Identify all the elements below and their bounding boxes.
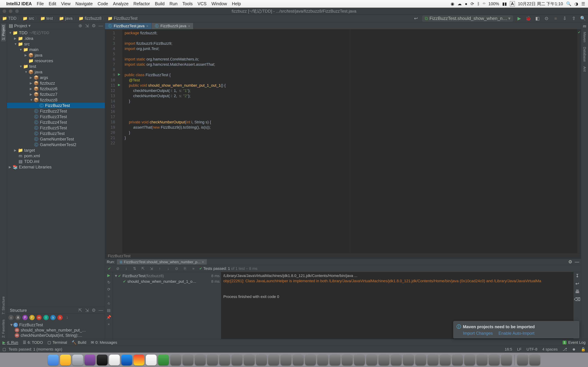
test-tree[interactable]: ▼✔FizzBuzzTest (fizzbuzz8)8 ms✔should_sh… — [113, 272, 221, 339]
spotlight-icon[interactable]: 🔍 — [566, 1, 571, 6]
dock-app[interactable] — [489, 355, 500, 366]
dock-app[interactable] — [146, 355, 157, 366]
dump-threads-icon[interactable]: ⎋ — [108, 301, 110, 306]
test-tree-row[interactable]: ▼✔FizzBuzzTest (fizzbuzz8)8 ms — [114, 273, 220, 279]
tree-arrow-icon[interactable]: ▶ — [30, 76, 34, 80]
dock-app[interactable] — [109, 355, 120, 366]
stop-icon[interactable]: ■ — [108, 294, 110, 299]
tree-row[interactable]: ▼📁src — [7, 41, 105, 47]
tree-row[interactable]: ⒸFizzBuzzTest — [7, 103, 105, 108]
bottom-tab-messages[interactable]: ✉0: Messages — [91, 340, 117, 345]
menu-window[interactable]: Window — [211, 1, 227, 6]
structure-method-row[interactable]: m checkNumberOutput(int, String):… — [8, 333, 104, 338]
caret-position[interactable]: 16:5 — [505, 347, 512, 352]
tree-arrow-icon[interactable]: ▼ — [14, 42, 18, 46]
dock-app[interactable] — [121, 355, 132, 366]
zoom-window[interactable] — [15, 9, 19, 13]
dock-app[interactable] — [268, 355, 279, 366]
tree-row[interactable]: ▶📦fizzbuzz — [7, 80, 105, 86]
tree-row[interactable]: ▶📦args — [7, 75, 105, 80]
tree-arrow-icon[interactable]: ▼ — [25, 70, 28, 74]
tree-row[interactable]: mpom.xml — [7, 153, 105, 159]
breadcrumb-segment[interactable]: src — [29, 16, 34, 21]
nav-back-icon[interactable]: ↩ — [413, 16, 419, 22]
scroll-to-end-icon[interactable]: ↧ — [575, 273, 579, 279]
editor-body[interactable]: 12345678910111213141516171819202122 ▶▶ p… — [105, 29, 581, 253]
run-settings-gear-icon[interactable]: ⚙ — [568, 259, 572, 265]
run-gutter-icon[interactable]: ▶ — [118, 83, 121, 87]
import-tests-icon[interactable]: ⎘ — [182, 266, 188, 271]
expand-all-icon[interactable]: ⇱ — [140, 266, 146, 271]
tree-row[interactable]: ⒸFizzBuzz3Test — [7, 114, 105, 119]
show-inherited-icon[interactable]: I — [43, 315, 49, 320]
profile-button[interactable]: ⊙ — [544, 16, 550, 22]
tree-arrow-icon[interactable]: ▶ — [14, 36, 18, 40]
breadcrumb-segment[interactable]: test — [46, 16, 53, 21]
dock-app[interactable] — [501, 355, 512, 366]
layout-icon[interactable]: ▤ — [107, 308, 111, 313]
stop-button[interactable]: ■ — [553, 16, 559, 22]
tree-row[interactable]: ▼📦fizzbuzz8 — [7, 97, 105, 103]
code-line[interactable]: } — [125, 99, 575, 104]
dock-app[interactable] — [403, 355, 414, 366]
notifications-tray-icon[interactable]: ● — [465, 1, 467, 6]
code-line[interactable]: import static org.hamcrest.CoreMatchers.… — [125, 57, 575, 62]
tool-tab-favorites[interactable]: 2: Favorites — [1, 318, 6, 339]
code-line[interactable]: public void should_show_when_number_put_… — [125, 83, 575, 88]
dock-app[interactable] — [244, 355, 255, 366]
tree-row[interactable]: ▼📦java — [7, 69, 105, 75]
breadcrumb[interactable]: 📁TDD〉📁src〉📁test〉📁java〉📁fizzbuzz8〉📁FizzBu… — [2, 16, 138, 21]
test-tree-row[interactable]: ✔should_show_when_number_put_1_o…8 ms — [114, 279, 220, 284]
tree-arrow-icon[interactable]: ▶ — [14, 148, 18, 152]
breadcrumb-segment[interactable]: TDD — [8, 16, 17, 21]
dock-app[interactable] — [134, 355, 144, 366]
print-icon[interactable]: 🖶 — [575, 289, 579, 294]
wifi-icon[interactable]: ⌔ — [483, 1, 485, 6]
maven-badge-icon[interactable]: m — [583, 23, 586, 29]
menu-view[interactable]: View — [61, 1, 70, 6]
dock-app[interactable] — [195, 355, 206, 366]
dock-app[interactable] — [366, 355, 377, 366]
menu-help[interactable]: Help — [232, 1, 241, 6]
show-ignored-icon[interactable]: ⊘ — [115, 266, 121, 271]
debug-button[interactable]: 🐞 — [525, 16, 531, 22]
dock-app[interactable] — [517, 355, 528, 366]
tree-row[interactable]: ⒸGameNumberTest — [7, 136, 105, 142]
soft-wrap-icon[interactable]: ↩ — [575, 281, 579, 286]
locate-file-icon[interactable]: ⊕ — [78, 23, 82, 28]
file-encoding[interactable]: UTF-8 — [526, 347, 537, 352]
code-line[interactable]: import org.junit.Test; — [125, 46, 575, 51]
bluetooth-icon[interactable]: ᛒ — [477, 1, 480, 6]
error-stripe[interactable]: ✔ — [577, 29, 581, 253]
bottom-tab-todo[interactable]: ☰6: TODO — [23, 340, 43, 345]
console-line[interactable] — [223, 289, 571, 294]
breadcrumb-segment[interactable]: FizzBuzzTest — [114, 16, 137, 21]
dock-app[interactable] — [317, 355, 328, 366]
vcs-commit-icon[interactable]: ⇧ — [571, 16, 577, 22]
code-line[interactable]: import static org.hamcrest.MatcherAssert… — [125, 62, 575, 67]
sort-icon[interactable]: ↕ — [123, 266, 129, 271]
tree-row[interactable]: ▶📁.idea — [7, 36, 105, 41]
tree-arrow-icon[interactable]: ▼ — [9, 31, 13, 35]
sort-alpha-icon[interactable]: A — [15, 315, 21, 320]
battery-icon[interactable]: ▮▮ — [502, 1, 507, 6]
menu-refactor[interactable]: Refactor — [133, 1, 150, 6]
dock-app[interactable] — [219, 355, 230, 366]
prev-failed-icon[interactable]: ↑ — [157, 266, 162, 271]
tree-arrow-icon[interactable]: ▶ — [25, 53, 28, 57]
sort-duration-icon[interactable]: ⇅ — [132, 266, 137, 271]
run-gutter-icon[interactable]: ▶ — [118, 72, 121, 76]
close-tab-icon[interactable]: × — [146, 24, 148, 28]
control-center-icon[interactable]: ☰ — [581, 1, 585, 6]
event-log-tab[interactable]: Event Log — [568, 340, 586, 345]
git-branch-icon[interactable]: ⎇ — [563, 347, 567, 352]
tree-row[interactable]: ▼📁test — [7, 64, 105, 69]
dock-app[interactable] — [440, 355, 451, 366]
dock-app[interactable] — [476, 355, 487, 366]
status-toggle-icon[interactable]: ▢ — [2, 347, 6, 352]
editor-tab[interactable]: ⒸFizzBuzzTest.java× — [105, 23, 152, 29]
clear-all-icon[interactable]: ⌫ — [574, 297, 580, 302]
enable-auto-import-link[interactable]: Enable Auto-Import — [498, 331, 534, 335]
tool-tab-ant[interactable]: Ant — [582, 65, 587, 73]
menu-build[interactable]: Build — [155, 1, 165, 6]
